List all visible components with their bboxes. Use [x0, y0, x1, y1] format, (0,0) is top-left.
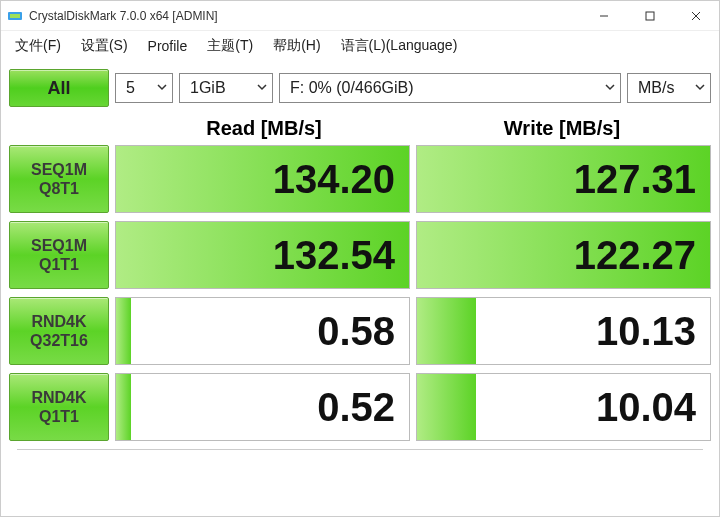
read-value: 0.58	[317, 309, 395, 354]
test-label-line2: Q1T1	[39, 255, 79, 274]
unit-select[interactable]: MB/s	[627, 73, 711, 103]
maximize-button[interactable]	[627, 1, 673, 31]
menu-profile[interactable]: Profile	[140, 34, 196, 58]
write-cell: 10.13	[416, 297, 711, 365]
test-count-select[interactable]: 5	[115, 73, 173, 103]
read-cell: 132.54	[115, 221, 410, 289]
read-value: 0.52	[317, 385, 395, 430]
test-label-line2: Q32T16	[30, 331, 88, 350]
window-title: CrystalDiskMark 7.0.0 x64 [ADMIN]	[29, 9, 581, 23]
svg-rect-1	[10, 14, 20, 18]
test-size-value: 1GiB	[190, 79, 250, 97]
write-cell: 10.04	[416, 373, 711, 441]
test-label-line1: SEQ1M	[31, 160, 87, 179]
header-read: Read [MB/s]	[115, 117, 413, 140]
result-row: RND4K Q32T16 0.58 10.13	[9, 297, 711, 365]
drive-value: F: 0% (0/466GiB)	[290, 79, 598, 97]
test-label-line2: Q1T1	[39, 407, 79, 426]
read-value: 134.20	[273, 157, 395, 202]
write-value: 122.27	[574, 233, 696, 278]
close-button[interactable]	[673, 1, 719, 31]
write-bar	[417, 298, 476, 364]
run-seq1m-q8t1-button[interactable]: SEQ1M Q8T1	[9, 145, 109, 213]
column-headers: Read [MB/s] Write [MB/s]	[1, 111, 719, 145]
drive-select[interactable]: F: 0% (0/466GiB)	[279, 73, 621, 103]
chevron-down-icon	[604, 79, 616, 97]
unit-value: MB/s	[638, 79, 688, 97]
menubar: 文件(F) 设置(S) Profile 主题(T) 帮助(H) 语言(L)(La…	[1, 31, 719, 61]
chevron-down-icon	[156, 79, 168, 97]
write-bar	[417, 374, 476, 440]
run-seq1m-q1t1-button[interactable]: SEQ1M Q1T1	[9, 221, 109, 289]
controls-row: All 5 1GiB F: 0% (0/466GiB) MB/s	[1, 61, 719, 111]
menu-file[interactable]: 文件(F)	[7, 33, 69, 59]
svg-rect-3	[646, 12, 654, 20]
status-footer	[17, 449, 703, 477]
run-all-button[interactable]: All	[9, 69, 109, 107]
minimize-button[interactable]	[581, 1, 627, 31]
menu-theme[interactable]: 主题(T)	[199, 33, 261, 59]
menu-help[interactable]: 帮助(H)	[265, 33, 328, 59]
read-value: 132.54	[273, 233, 395, 278]
read-cell: 0.58	[115, 297, 410, 365]
test-count-value: 5	[126, 79, 150, 97]
write-value: 10.13	[596, 309, 696, 354]
menu-settings[interactable]: 设置(S)	[73, 33, 136, 59]
test-label-line1: RND4K	[31, 388, 86, 407]
result-row: SEQ1M Q1T1 132.54 122.27	[9, 221, 711, 289]
test-label-line2: Q8T1	[39, 179, 79, 198]
read-bar	[116, 298, 131, 364]
app-window: CrystalDiskMark 7.0.0 x64 [ADMIN] 文件(F) …	[0, 0, 720, 517]
menu-language[interactable]: 语言(L)(Language)	[333, 33, 466, 59]
app-icon	[7, 8, 23, 24]
titlebar: CrystalDiskMark 7.0.0 x64 [ADMIN]	[1, 1, 719, 31]
result-row: RND4K Q1T1 0.52 10.04	[9, 373, 711, 441]
chevron-down-icon	[256, 79, 268, 97]
run-rnd4k-q1t1-button[interactable]: RND4K Q1T1	[9, 373, 109, 441]
chevron-down-icon	[694, 79, 706, 97]
read-bar	[116, 374, 131, 440]
read-cell: 0.52	[115, 373, 410, 441]
test-size-select[interactable]: 1GiB	[179, 73, 273, 103]
test-label-line1: SEQ1M	[31, 236, 87, 255]
write-value: 10.04	[596, 385, 696, 430]
write-value: 127.31	[574, 157, 696, 202]
test-label-line1: RND4K	[31, 312, 86, 331]
write-cell: 122.27	[416, 221, 711, 289]
results-grid: SEQ1M Q8T1 134.20 127.31 SEQ1M Q1T1 132.…	[1, 145, 719, 516]
result-row: SEQ1M Q8T1 134.20 127.31	[9, 145, 711, 213]
run-rnd4k-q32t16-button[interactable]: RND4K Q32T16	[9, 297, 109, 365]
read-cell: 134.20	[115, 145, 410, 213]
header-write: Write [MB/s]	[413, 117, 711, 140]
write-cell: 127.31	[416, 145, 711, 213]
